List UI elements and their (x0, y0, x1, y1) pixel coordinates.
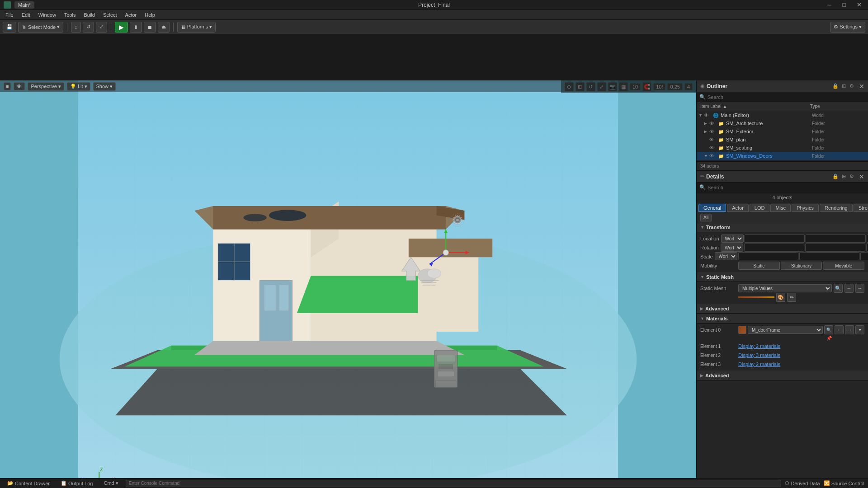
static-mesh-goto-button[interactable]: → (855, 284, 864, 293)
static-mesh-section-header[interactable]: ▼ Static Mesh (697, 272, 868, 282)
outliner-lock-button[interactable]: 🔒 (832, 83, 839, 90)
rotation-z[interactable]: 0.0° (866, 244, 868, 252)
perspective-button[interactable]: Perspective ▾ (28, 82, 64, 91)
scale-z[interactable]: 1.0 (860, 252, 868, 260)
advanced-2-section-header[interactable]: ▶ Advanced (697, 371, 868, 380)
content-drawer-button[interactable]: 📂 Content Drawer (4, 479, 53, 487)
element-0-more[interactable]: ▾ (855, 325, 864, 334)
eye-visibility-icon[interactable]: 👁 (704, 113, 711, 118)
static-mesh-color-1[interactable]: 🎨 (776, 293, 785, 302)
element-0-browse[interactable]: 🔍 (824, 325, 833, 334)
materials-section-header[interactable]: ▼ Materials (697, 314, 868, 324)
menu-file[interactable]: File (2, 11, 17, 19)
details-tab-lod[interactable]: LOD (750, 204, 770, 212)
minimize-button[interactable]: ─ (825, 1, 834, 8)
eject-button[interactable]: ⏏ (158, 22, 170, 33)
settings-button[interactable]: ⚙ Settings ▾ (830, 22, 865, 33)
static-mesh-use-button[interactable]: ← (844, 284, 854, 293)
eye-visibility-icon[interactable]: 👁 (709, 129, 717, 134)
menu-edit[interactable]: Edit (18, 11, 34, 19)
show-button[interactable]: Show ▾ (93, 82, 116, 91)
tree-item[interactable]: ▼ 👁 📁 SM_Windows_Doors Folder (697, 152, 868, 160)
outliner-settings-button[interactable]: ⚙ (848, 83, 855, 90)
menu-select[interactable]: Select (99, 11, 121, 19)
rotation-y[interactable]: 0.0° (805, 244, 865, 252)
menu-help[interactable]: Help (141, 11, 159, 19)
tree-item[interactable]: ▶ 👁 📁 SM_Architecture Folder (697, 119, 868, 127)
output-log-button[interactable]: 📋 Output Log (57, 479, 96, 487)
viewport[interactable]: ≡ 👁 Perspective ▾ 💡 Lit ▾ Show ▾ (0, 80, 696, 488)
menu-tools[interactable]: Tools (61, 11, 80, 19)
movable-button[interactable]: Movable (823, 262, 864, 270)
scale-tool[interactable]: ⤢ (96, 22, 107, 33)
eye-visibility-icon[interactable]: 👁 (709, 145, 717, 150)
element-0-use[interactable]: ← (835, 325, 844, 334)
lit-button[interactable]: 💡 Lit ▾ (67, 82, 90, 91)
location-y[interactable]: 0.0 (806, 235, 866, 243)
eye-visibility-icon[interactable]: 👁 (709, 137, 717, 142)
details-search-input[interactable] (708, 185, 865, 190)
play-button[interactable]: ▶ (115, 22, 128, 33)
location-x[interactable]: 0.0 (745, 235, 805, 243)
scale-y[interactable]: 1.0 (799, 252, 859, 260)
static-mesh-browse-button[interactable]: 🔍 (834, 284, 843, 293)
advanced-section-header[interactable]: ▶ Advanced (697, 304, 868, 314)
rotation-x[interactable]: 0.0° (744, 244, 804, 252)
details-tab-general[interactable]: General (698, 204, 726, 212)
tree-item[interactable]: ▶ 👁 📁 SM_Exterior Folder (697, 127, 868, 136)
details-lock-button[interactable]: 🔒 (832, 173, 839, 180)
rotate-tool[interactable]: ↺ (83, 22, 94, 33)
eye-visibility-icon[interactable]: 👁 (709, 121, 717, 126)
outliner-grid-button[interactable]: ⊞ (840, 83, 847, 90)
details-tab-actor[interactable]: Actor (727, 204, 749, 212)
select-mode-button[interactable]: 🖱 Select Mode ▾ (18, 22, 63, 33)
location-mode-select[interactable]: WorldLocal (721, 235, 744, 243)
element-2-display[interactable]: Display 3 materials (738, 352, 780, 358)
collapse-button[interactable]: ≡ (4, 82, 11, 90)
element-3-display[interactable]: Display 2 materials (738, 361, 780, 367)
static-mesh-select[interactable]: Multiple Values None (738, 284, 832, 292)
maximize-button[interactable]: □ (840, 1, 849, 8)
close-button[interactable]: ✕ (854, 1, 864, 8)
scale-x[interactable]: 1.0 (738, 252, 798, 260)
element-0-select[interactable]: M_doorFrame (748, 326, 823, 334)
derived-data-button[interactable]: ⬡ Derived Data (785, 480, 820, 486)
static-button[interactable]: Static (738, 262, 780, 270)
details-close-button[interactable]: ✕ (859, 173, 864, 180)
details-settings-button[interactable]: ⚙ (848, 173, 855, 180)
pause-button[interactable]: ⏸ (130, 22, 142, 33)
details-grid-button[interactable]: ⊞ (840, 173, 847, 180)
outliner-search-input[interactable] (708, 94, 865, 100)
menu-window[interactable]: Window (35, 11, 60, 19)
element-0-swatch[interactable] (738, 326, 746, 334)
static-mesh-edit-button[interactable]: ✏ (787, 293, 796, 302)
eye-visibility-icon[interactable]: 👁 (709, 153, 717, 159)
details-tab-streaming[interactable]: Streaming (854, 204, 868, 212)
tree-item[interactable]: 👁 📁 SM_plan Folder (697, 136, 868, 144)
stop-button[interactable]: ⏹ (144, 22, 156, 33)
move-tool[interactable]: ↕ (71, 22, 81, 33)
source-control-button[interactable]: 🔀 Source Control (824, 480, 864, 486)
cmd-dropdown[interactable]: Cmd ▾ (100, 479, 122, 487)
menu-actor[interactable]: Actor (122, 11, 141, 19)
stationary-button[interactable]: Stationary (781, 262, 822, 270)
console-command-input[interactable] (126, 480, 782, 487)
menu-build[interactable]: Build (80, 11, 99, 19)
details-tab-physics[interactable]: Physics (792, 204, 819, 212)
platforms-button[interactable]: 🖥 Platforms ▾ (177, 22, 216, 33)
outliner-close-button[interactable]: ✕ (859, 83, 864, 90)
tree-item[interactable]: 👁 📁 SM_seating Folder (697, 144, 868, 152)
element-0-goto[interactable]: → (845, 325, 854, 334)
tab-name[interactable]: Main* (14, 1, 34, 9)
save-button[interactable]: 💾 (3, 22, 16, 33)
rotation-mode-select[interactable]: World (721, 244, 743, 252)
location-z[interactable]: 0.0 (867, 235, 868, 243)
scale-mode-select[interactable]: World (715, 252, 737, 260)
element-1-display[interactable]: Display 2 materials (738, 343, 780, 349)
viewport-eye-button[interactable]: 👁 (14, 82, 25, 90)
transform-section-header[interactable]: ▼ Transform (697, 222, 868, 232)
subtab-all[interactable]: All (700, 214, 712, 221)
tree-item[interactable]: 👁 📷 CineCameraActor CineCameraActor (697, 160, 868, 161)
tree-item[interactable]: ▼ 👁 🌐 Main (Editor) World (697, 111, 868, 119)
details-tab-rendering[interactable]: Rendering (820, 204, 853, 212)
